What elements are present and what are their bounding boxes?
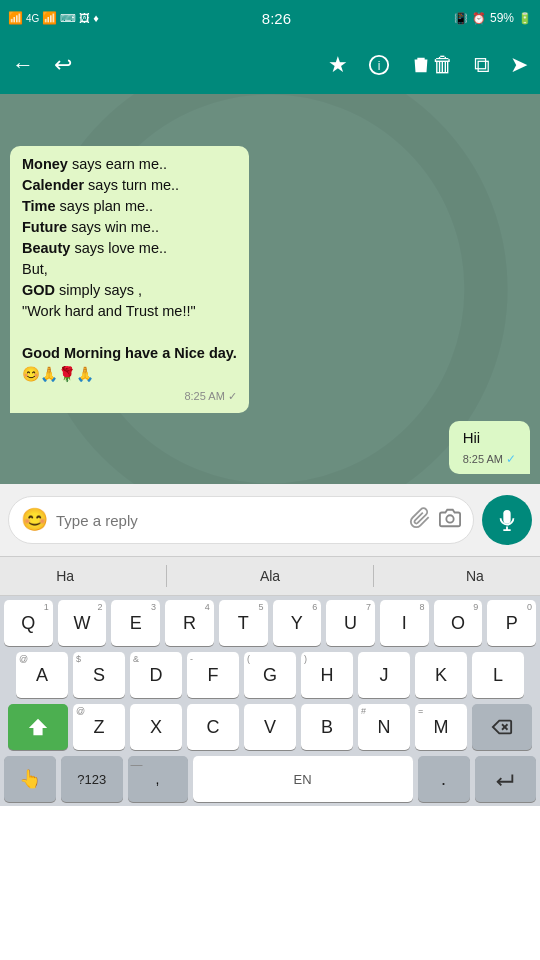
message-sent: Hii 8:25 AM ✓ [449, 421, 530, 474]
key-J[interactable]: J [358, 652, 410, 698]
backspace-button[interactable] [472, 704, 532, 750]
suggestion-3[interactable]: Na [446, 564, 504, 588]
message-received: Money says earn me.. Calender says turn … [10, 146, 249, 413]
svg-text:i: i [378, 59, 381, 73]
usb-icon: ♦ [93, 12, 99, 24]
key-L[interactable]: L [472, 652, 524, 698]
numbers-button[interactable]: ?123 [61, 756, 123, 802]
key-T[interactable]: 5T [219, 600, 268, 646]
image-icon: 🖼 [79, 12, 90, 24]
delete-button[interactable]: 🗑 [406, 48, 458, 82]
key-M[interactable]: =M [415, 704, 467, 750]
message-time-received: 8:25 AM ✓ [22, 389, 237, 405]
space-key[interactable]: EN [193, 756, 413, 802]
svg-point-2 [446, 515, 453, 522]
status-time: 8:26 [262, 10, 291, 27]
camera-button[interactable] [439, 507, 461, 534]
suggestion-1[interactable]: Ha [36, 564, 94, 588]
word-suggestions-bar: Ha Ala Na [0, 556, 540, 596]
shift-button[interactable] [8, 704, 68, 750]
message-time-sent: 8:25 AM ✓ [463, 452, 516, 466]
reply-button[interactable]: ↩ [50, 48, 76, 82]
key-O[interactable]: 9O [434, 600, 483, 646]
key-G[interactable]: (G [244, 652, 296, 698]
share-button[interactable]: ➤ [506, 48, 532, 82]
keyboard-row-3: @Z X C V B #N =M [4, 704, 536, 750]
status-bar: 📶 4G 📶 ⌨ 🖼 ♦ 8:26 📳 ⏰ 59% 🔋 [0, 0, 540, 36]
key-H[interactable]: )H [301, 652, 353, 698]
comma-key[interactable]: ―, [128, 756, 188, 802]
chat-area: Money says earn me.. Calender says turn … [0, 94, 540, 484]
message-text-received: Money says earn me.. Calender says turn … [22, 156, 237, 382]
divider-2 [373, 565, 374, 587]
network-icon: 4G [26, 13, 39, 24]
back-button[interactable]: ← [8, 48, 38, 82]
toolbar: ← ↩ ★ i 🗑 ⧉ ➤ [0, 36, 540, 94]
suggestion-2[interactable]: Ala [240, 564, 300, 588]
battery-icon: 🔋 [518, 12, 532, 25]
key-Y[interactable]: 6Y [273, 600, 322, 646]
key-S[interactable]: $S [73, 652, 125, 698]
key-R[interactable]: 4R [165, 600, 214, 646]
key-X[interactable]: X [130, 704, 182, 750]
keyboard: 1Q 2W 3E 4R 5T 6Y 7U 8I 9O 0P @A $S &D -… [0, 596, 540, 806]
status-right-icons: 📳 ⏰ 59% 🔋 [454, 11, 532, 25]
keyboard-row-4: 👆 ?123 ―, EN . [4, 756, 536, 802]
info-button[interactable]: i [364, 50, 394, 80]
keyboard-row-1: 1Q 2W 3E 4R 5T 6Y 7U 8I 9O 0P [4, 600, 536, 646]
status-left-icons: 📶 4G 📶 ⌨ 🖼 ♦ [8, 11, 99, 25]
signal-icon: 📶 [8, 11, 23, 25]
enter-key[interactable] [475, 756, 537, 802]
keyboard-row-2: @A $S &D -F (G )H J K L [4, 652, 536, 698]
message-text-sent: Hii [463, 429, 481, 446]
emoji-button[interactable]: 😊 [21, 507, 48, 533]
key-B[interactable]: B [301, 704, 353, 750]
key-F[interactable]: -F [187, 652, 239, 698]
key-K[interactable]: K [415, 652, 467, 698]
key-E[interactable]: 3E [111, 600, 160, 646]
star-button[interactable]: ★ [324, 48, 352, 82]
key-V[interactable]: V [244, 704, 296, 750]
battery-text: 59% [490, 11, 514, 25]
copy-button[interactable]: ⧉ [470, 48, 494, 82]
key-U[interactable]: 7U [326, 600, 375, 646]
keyboard-icon: ⌨ [60, 12, 76, 25]
key-I[interactable]: 8I [380, 600, 429, 646]
gesture-key[interactable]: 👆 [4, 756, 56, 802]
key-Q[interactable]: 1Q [4, 600, 53, 646]
key-Z[interactable]: @Z [73, 704, 125, 750]
key-A[interactable]: @A [16, 652, 68, 698]
input-pill[interactable]: 😊 [8, 496, 474, 544]
mic-button[interactable] [482, 495, 532, 545]
attach-button[interactable] [409, 507, 431, 534]
vibrate-icon: 📳 [454, 12, 468, 25]
alarm-icon: ⏰ [472, 12, 486, 25]
key-D[interactable]: &D [130, 652, 182, 698]
input-bar: 😊 [0, 484, 540, 556]
signal2-icon: 📶 [42, 11, 57, 25]
reply-input[interactable] [56, 512, 401, 529]
period-key[interactable]: . [418, 756, 470, 802]
key-N[interactable]: #N [358, 704, 410, 750]
divider-1 [166, 565, 167, 587]
key-C[interactable]: C [187, 704, 239, 750]
key-P[interactable]: 0P [487, 600, 536, 646]
key-W[interactable]: 2W [58, 600, 107, 646]
